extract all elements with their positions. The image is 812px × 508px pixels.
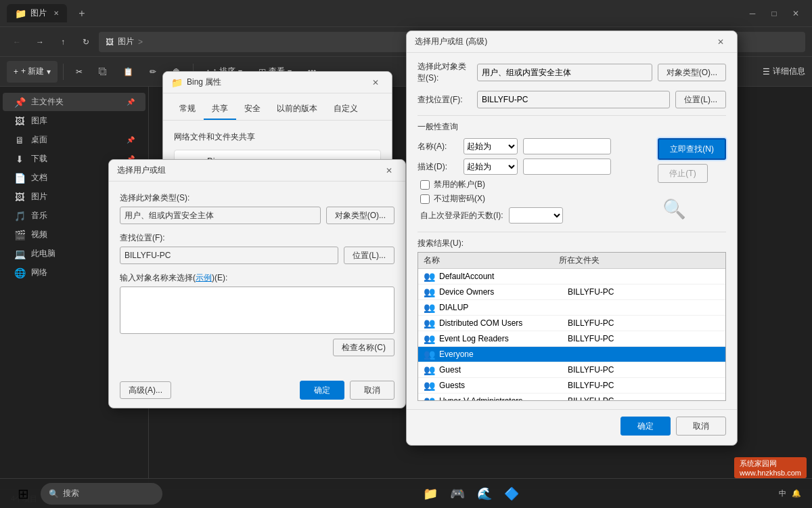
videos-icon: 🎬 [14, 230, 26, 240]
adv-name-filter-label: 名称(A): [418, 141, 458, 152]
paste-button[interactable]: 📋 [116, 61, 140, 83]
sidebar-item-gallery[interactable]: 🖼 图库 [3, 112, 145, 130]
adv-disabled-checkbox[interactable] [420, 180, 430, 190]
advanced-select-dialog: 选择用户或组 (高级) ✕ 选择此对象类型(S): 对象类型(O)... 查找位… [406, 30, 738, 446]
su-location-input[interactable] [120, 247, 338, 264]
new-button[interactable]: + + 新建 ▾ [7, 61, 58, 83]
su-ok-btn[interactable]: 确定 [300, 381, 344, 400]
result-row-7[interactable]: 👥 Guests BILLYFU-PC [418, 378, 725, 394]
su-cancel-btn[interactable]: 取消 [350, 381, 394, 400]
sidebar-label-docs: 文档 [31, 172, 47, 184]
taskbar-center: 📁 🎮 🌊 🔷 [168, 482, 773, 506]
adv-desc-filter-label: 描述(D): [418, 161, 458, 173]
adv-location-input[interactable] [477, 91, 670, 108]
forward-btn[interactable]: → [30, 32, 50, 52]
result-row-3[interactable]: 👥 Distributed COM Users BILLYFU-PC [418, 316, 725, 331]
sidebar-item-desktop[interactable]: 🖥 桌面 📌 [3, 131, 145, 149]
search-bar[interactable]: 🔍 搜索 [41, 483, 162, 505]
adv-results-label: 搜索结果(U): [418, 238, 726, 249]
taskbar-game-icon[interactable]: 🎮 [445, 482, 470, 506]
taskbar-explorer-icon[interactable]: 📁 [418, 482, 443, 506]
adv-type-label: 选择此对象类型(S): [418, 61, 472, 84]
su-type-input[interactable] [120, 207, 321, 224]
tab-previous[interactable]: 以前的版本 [269, 99, 325, 120]
tab-sharing[interactable]: 共享 [204, 99, 236, 120]
result-loc-8: BILLYFU-PC [568, 396, 720, 401]
adv-results-list[interactable]: 名称 所在文件夹 👥 DefaultAccount 👥 Device Owner… [418, 252, 726, 401]
adv-name-filter-input[interactable] [523, 138, 611, 154]
toolbar-separator-1 [63, 64, 64, 80]
taskbar-store-icon[interactable]: 🔷 [499, 482, 524, 506]
bing-dialog-icon: 📁 [171, 77, 183, 88]
su-location-btn[interactable]: 位置(L)... [344, 247, 394, 264]
active-tab[interactable]: 📁 图片 ✕ [7, 4, 67, 22]
result-row-8[interactable]: 👥 Hyper-V Administrators BILLYFU-PC [418, 394, 725, 401]
taskbar-notification[interactable]: 🔔 [792, 489, 801, 498]
su-name-row: 输入对象名称来选择(示例)(E): 检查名称(C) [120, 272, 394, 356]
adv-left-filters: 名称(A): 起始为 描述(D): 起始为 [418, 138, 650, 225]
adv-close-btn[interactable]: ✕ [713, 34, 729, 50]
cut-button[interactable]: ✂ [69, 61, 89, 83]
maximize-btn[interactable]: □ [765, 4, 784, 23]
su-check-btn[interactable]: 检查名称(C) [333, 339, 394, 356]
su-name-textarea[interactable] [120, 287, 394, 334]
result-row-0[interactable]: 👥 DefaultAccount [418, 269, 725, 284]
copy-button[interactable]: ⿻ [92, 61, 114, 83]
adv-right-buttons: 立即查找(N) 停止(T) 🔍 [658, 138, 726, 225]
result-row-6[interactable]: 👥 Guest BILLYFU-PC [418, 362, 725, 378]
adv-location-label: 查找位置(F): [418, 94, 472, 106]
adv-type-input[interactable] [477, 64, 652, 81]
sidebar-label-pictures: 图片 [31, 191, 47, 203]
adv-type-btn[interactable]: 对象类型(O)... [658, 64, 726, 81]
close-btn[interactable]: ✕ [786, 4, 805, 23]
result-row-1[interactable]: 👥 Device Owners BILLYFU-PC [418, 284, 725, 300]
adv-stop-btn[interactable]: 停止(T) [658, 164, 707, 183]
start-button[interactable]: ⊞ [11, 482, 35, 506]
sidebar-item-home[interactable]: 📌 主文件夹 📌 [3, 93, 145, 111]
tab-custom[interactable]: 自定义 [325, 99, 366, 120]
pictures-icon: 🖼 [14, 192, 26, 203]
su-type-btn[interactable]: 对象类型(O)... [326, 207, 394, 224]
taskbar-browser-icon[interactable]: 🌊 [472, 482, 497, 506]
su-advanced-btn[interactable]: 高级(A)... [120, 381, 171, 399]
result-row-2[interactable]: 👥 DIALUP [418, 300, 725, 316]
new-tab-btn[interactable]: + [72, 4, 91, 23]
result-name-5: Everyone [439, 350, 568, 359]
adv-noexpiry-row: 不过期密码(X) [418, 193, 650, 205]
adv-name-filter-select[interactable]: 起始为 [464, 138, 518, 154]
adv-location-btn[interactable]: 位置(L)... [675, 91, 726, 108]
result-row-5[interactable]: 👥 Everyone [418, 347, 725, 362]
su-close-btn[interactable]: ✕ [381, 163, 397, 179]
adv-search-btn[interactable]: 立即查找(N) [658, 138, 726, 160]
back-btn[interactable]: ← [7, 32, 27, 52]
minimize-btn[interactable]: ─ [743, 4, 762, 23]
adv-ok-btn[interactable]: 确定 [621, 417, 671, 436]
adv-noexpiry-checkbox[interactable] [420, 194, 430, 204]
su-footer: 高级(A)... 确定 取消 [109, 375, 405, 408]
tab-close-btn[interactable]: ✕ [53, 9, 59, 17]
adv-location-row: 查找位置(F): 位置(L)... [418, 91, 726, 108]
adv-col-location: 所在文件夹 [559, 255, 720, 266]
adv-results-section: 搜索结果(U): 名称 所在文件夹 👥 DefaultAccount 👥 Dev… [418, 238, 726, 401]
taskbar: ⊞ 🔍 搜索 📁 🎮 🌊 🔷 中 🔔 系统家园网 www.hnzkhsb.com [0, 478, 812, 508]
sidebar-label-downloads: 下载 [31, 153, 47, 165]
adv-cancel-btn[interactable]: 取消 [676, 417, 726, 436]
adv-days-row: 自上次登录距的天数(I): [418, 207, 650, 224]
result-row-4[interactable]: 👥 Event Log Readers BILLYFU-PC [418, 331, 725, 347]
adv-days-select[interactable] [509, 207, 563, 224]
refresh-btn[interactable]: ↻ [76, 32, 96, 52]
adv-desc-filter-input[interactable] [523, 158, 611, 175]
tab-security[interactable]: 安全 [236, 99, 269, 120]
title-bar: 📁 图片 ✕ + ─ □ ✕ [0, 0, 812, 27]
adv-desc-filter-select[interactable]: 起始为 [464, 158, 518, 175]
bing-dialog-close[interactable]: ✕ [367, 75, 384, 91]
rename-button[interactable]: ✏ [143, 61, 163, 83]
adv-search-icon: 🔍 [658, 192, 690, 225]
up-btn[interactable]: ↑ [53, 32, 73, 52]
adv-col-name: 名称 [424, 255, 559, 266]
watermark-text: 系统家园网 [740, 459, 777, 467]
su-example-link[interactable]: 示例 [196, 273, 212, 282]
tab-general[interactable]: 常规 [171, 99, 204, 120]
detail-info[interactable]: ☰ 详细信息 [763, 66, 805, 77]
bing-dialog-tabs: 常规 共享 安全 以前的版本 自定义 [163, 93, 392, 121]
